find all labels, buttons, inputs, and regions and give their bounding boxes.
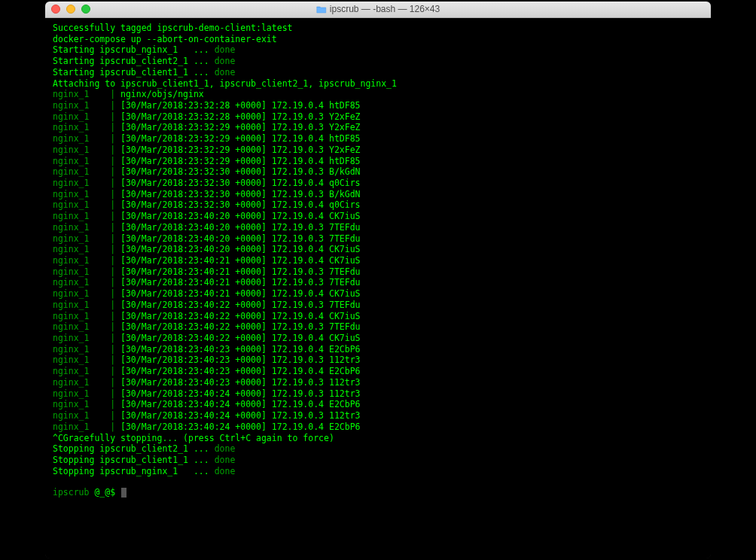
log-line: nginx_1 | [30/Mar/2018:23:40:20 +0000] 1… [53,211,703,222]
log-line: nginx_1 | [30/Mar/2018:23:40:20 +0000] 1… [53,233,703,245]
titlebar: ipscrub — -bash — 126×43 [45,2,711,18]
log-line: nginx_1 | [30/Mar/2018:23:40:24 +0000] 1… [53,422,703,433]
log-line: nginx_1 | [30/Mar/2018:23:40:23 +0000] 1… [53,377,703,388]
starting-line: Starting ipscrub_client1_1 ... done [53,67,703,78]
log-line: nginx_1 | [30/Mar/2018:23:32:28 +0000] 1… [53,100,703,111]
starting-line: Starting ipscrub_nginx_1 ... done [53,44,703,56]
log-line: nginx_1 | [30/Mar/2018:23:40:22 +0000] 1… [53,300,703,311]
log-line: nginx_1 | [30/Mar/2018:23:32:28 +0000] 1… [53,111,703,123]
stopping-line: Stopping ipscrub_client2_1 ... done [53,443,703,455]
minimize-button[interactable] [66,5,75,14]
output-line: docker-compose up --abort-on-container-e… [53,34,703,45]
log-line: nginx_1 | [30/Mar/2018:23:32:29 +0000] 1… [53,156,703,167]
log-line: nginx_1 | [30/Mar/2018:23:32:30 +0000] 1… [53,199,703,211]
prompt-sep: @_@$ [89,487,120,498]
log-line: nginx_1 | [30/Mar/2018:23:40:21 +0000] 1… [53,288,703,300]
log-line: nginx_1 | [30/Mar/2018:23:40:24 +0000] 1… [53,410,703,422]
window-title: ipscrub — -bash — 126×43 [316,4,440,14]
log-line: nginx_1 | [30/Mar/2018:23:32:30 +0000] 1… [53,178,703,189]
terminal-window: ipscrub — -bash — 126×43 Successfully ta… [45,2,711,558]
stopping-line: Stopping ipscrub_client1_1 ... done [53,455,703,466]
log-line: nginx_1 | [30/Mar/2018:23:40:21 +0000] 1… [53,266,703,278]
zoom-button[interactable] [81,5,90,14]
log-line: nginx_1 | [30/Mar/2018:23:32:29 +0000] 1… [53,122,703,133]
cursor [121,488,127,498]
prompt-line[interactable]: ipscrub @_@$ [53,487,703,498]
starting-line: Starting ipscrub_client2_1 ... done [53,56,703,67]
log-line: nginx_1 | [30/Mar/2018:23:40:22 +0000] 1… [53,311,703,322]
log-line: nginx_1 | [30/Mar/2018:23:40:21 +0000] 1… [53,277,703,288]
log-line: nginx_1 | [30/Mar/2018:23:40:24 +0000] 1… [53,388,703,400]
log-line: nginx_1 | [30/Mar/2018:23:40:22 +0000] 1… [53,333,703,344]
log-line: nginx_1 | nginx/objs/nginx [53,89,703,100]
log-line: nginx_1 | [30/Mar/2018:23:40:21 +0000] 1… [53,255,703,266]
stopping-line: Stopping ipscrub_nginx_1 ... done [53,466,703,477]
log-line: nginx_1 | [30/Mar/2018:23:40:20 +0000] 1… [53,222,703,233]
blank-line [53,476,703,487]
log-line: nginx_1 | [30/Mar/2018:23:32:29 +0000] 1… [53,133,703,145]
log-line: nginx_1 | [30/Mar/2018:23:40:23 +0000] 1… [53,344,703,355]
window-title-text: ipscrub — -bash — 126×43 [330,4,440,14]
log-line: nginx_1 | [30/Mar/2018:23:32:30 +0000] 1… [53,189,703,200]
traffic-lights [51,5,90,14]
graceful-stop-line: ^CGracefully stopping... (press Ctrl+C a… [53,433,703,444]
output-line: Successfully tagged ipscrub-demo-client:… [53,23,703,34]
folder-icon [316,5,327,14]
log-line: nginx_1 | [30/Mar/2018:23:40:20 +0000] 1… [53,244,703,255]
prompt-dir: ipscrub [53,487,89,498]
log-line: nginx_1 | [30/Mar/2018:23:40:22 +0000] 1… [53,321,703,333]
log-line: nginx_1 | [30/Mar/2018:23:32:29 +0000] 1… [53,145,703,156]
log-line: nginx_1 | [30/Mar/2018:23:40:23 +0000] 1… [53,355,703,366]
attach-line: Attaching to ipscrub_client1_1, ipscrub_… [53,78,703,90]
terminal-body[interactable]: Successfully tagged ipscrub-demo-client:… [45,18,711,558]
close-button[interactable] [51,5,60,14]
log-line: nginx_1 | [30/Mar/2018:23:32:30 +0000] 1… [53,166,703,178]
log-line: nginx_1 | [30/Mar/2018:23:40:24 +0000] 1… [53,399,703,410]
log-line: nginx_1 | [30/Mar/2018:23:40:23 +0000] 1… [53,366,703,377]
